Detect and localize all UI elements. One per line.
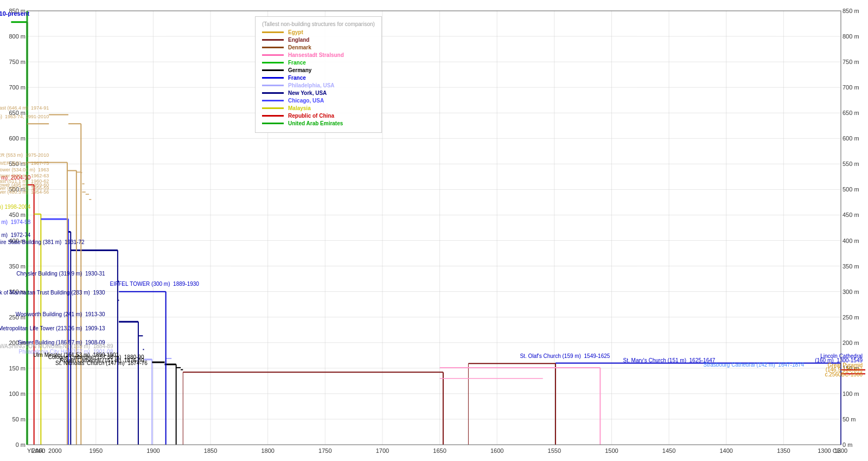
legend-item-england: England [262, 37, 375, 43]
legend-item-germany: Germany [262, 67, 375, 73]
legend-item-hansestadt: Hansestadt Stralsund [262, 52, 375, 58]
legend-header: (Tallest non-building structures for com… [262, 21, 375, 27]
legend-item-roc: Republic of China [262, 113, 375, 119]
legend-item-egypt: Egypt [262, 29, 375, 35]
chart-container: (Tallest non-building structures for com… [0, 0, 868, 461]
legend-item-france-blue: France [262, 75, 375, 81]
legend-item-newyork: New York, USA [262, 90, 375, 96]
legend-item-philadelphia: Philadelphia, USA [262, 82, 375, 88]
legend-item-denmark: Denmark [262, 44, 375, 50]
legend-item-uae: United Arab Emirates [262, 120, 375, 126]
legend-item-malaysia: Malaysia [262, 105, 375, 111]
legend: (Tallest non-building structures for com… [255, 16, 382, 133]
legend-item-chicago: Chicago, USA [262, 98, 375, 104]
legend-item-france-green: France [262, 60, 375, 66]
